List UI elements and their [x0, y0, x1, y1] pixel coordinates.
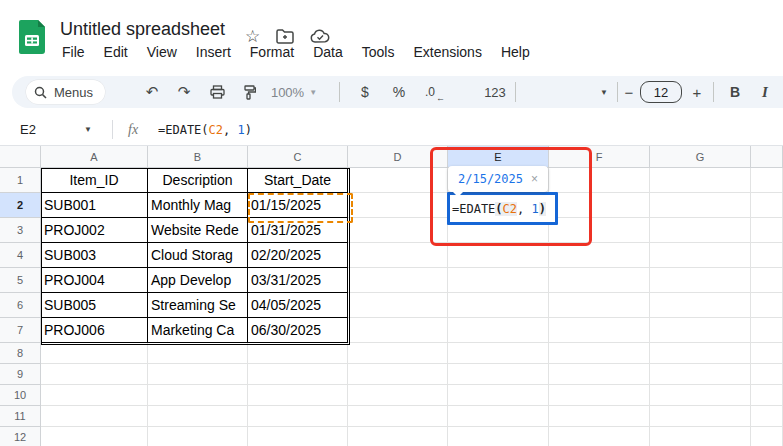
cell-B3[interactable]: Website Rede	[148, 218, 248, 243]
cell-G5[interactable]	[650, 268, 751, 293]
cell-C10[interactable]	[248, 385, 348, 406]
cell-H11[interactable]	[751, 406, 783, 427]
cell-G1[interactable]	[650, 168, 751, 193]
number-format-button[interactable]: 123	[478, 76, 512, 108]
row-header-8[interactable]: 8	[0, 343, 41, 364]
cell-C1[interactable]: Start_Date	[248, 168, 348, 193]
move-folder-icon[interactable]	[276, 29, 294, 44]
cell-G4[interactable]	[650, 243, 751, 268]
cell-F9[interactable]	[549, 364, 650, 385]
formula-input[interactable]: =EDATE(C2, 1)	[158, 114, 252, 145]
bold-button[interactable]: B	[722, 76, 748, 108]
cell-D3[interactable]	[348, 218, 448, 243]
column-header-A[interactable]: A	[41, 146, 148, 168]
cell-D5[interactable]	[348, 268, 448, 293]
cell-A2[interactable]: SUB001	[41, 193, 148, 218]
cell-C6[interactable]: 04/05/2025	[248, 293, 348, 318]
menu-help[interactable]: Help	[501, 44, 530, 60]
column-header-B[interactable]: B	[148, 146, 248, 168]
cell-C4[interactable]: 02/20/2025	[248, 243, 348, 268]
cell-D1[interactable]	[348, 168, 448, 193]
cell-H12[interactable]	[751, 427, 783, 446]
cell-E9[interactable]	[448, 364, 549, 385]
redo-button[interactable]: ↷	[171, 76, 197, 108]
cell-B12[interactable]	[148, 427, 248, 446]
name-box-chevron-down-icon[interactable]: ▼	[84, 114, 92, 145]
cell-H10[interactable]	[751, 385, 783, 406]
row-header-9[interactable]: 9	[0, 364, 41, 385]
cell-H8[interactable]	[751, 343, 783, 364]
row-header-10[interactable]: 10	[0, 385, 41, 406]
cell-C3[interactable]: 01/31/2025	[248, 218, 348, 243]
cell-D9[interactable]	[348, 364, 448, 385]
cell-A6[interactable]: SUB005	[41, 293, 148, 318]
cloud-status-icon[interactable]	[310, 29, 330, 44]
cell-F6[interactable]	[549, 293, 650, 318]
cell-E12[interactable]	[448, 427, 549, 446]
cell-F1[interactable]	[549, 168, 650, 193]
menu-insert[interactable]: Insert	[196, 44, 231, 60]
cell-B10[interactable]	[148, 385, 248, 406]
increase-font-size-button[interactable]: +	[684, 76, 710, 108]
row-header-5[interactable]: 5	[0, 268, 41, 293]
cell-C8[interactable]	[248, 343, 348, 364]
cell-E8[interactable]	[448, 343, 549, 364]
cell-D7[interactable]	[348, 318, 448, 343]
sheets-logo-icon[interactable]	[19, 20, 45, 54]
cell-A3[interactable]: PROJ002	[41, 218, 148, 243]
cell-F2[interactable]	[549, 193, 650, 218]
row-header-7[interactable]: 7	[0, 318, 41, 343]
cell-C7[interactable]: 06/30/2025	[248, 318, 348, 343]
cell-B11[interactable]	[148, 406, 248, 427]
column-header-C[interactable]: C	[248, 146, 348, 168]
cell-A1[interactable]: Item_ID	[41, 168, 148, 193]
cell-A10[interactable]	[41, 385, 148, 406]
cell-B9[interactable]	[148, 364, 248, 385]
cell-F10[interactable]	[549, 385, 650, 406]
menu-tools[interactable]: Tools	[362, 44, 395, 60]
cell-B7[interactable]: Marketing Ca	[148, 318, 248, 343]
cell-H6[interactable]	[751, 293, 783, 318]
cell-A12[interactable]	[41, 427, 148, 446]
cell-G11[interactable]	[650, 406, 751, 427]
cell-A11[interactable]	[41, 406, 148, 427]
row-header-6[interactable]: 6	[0, 293, 41, 318]
cell-F4[interactable]	[549, 243, 650, 268]
menu-extensions[interactable]: Extensions	[413, 44, 481, 60]
menu-edit[interactable]: Edit	[104, 44, 128, 60]
cell-G3[interactable]	[650, 218, 751, 243]
menu-data[interactable]: Data	[313, 44, 343, 60]
zoom-control[interactable]: 100% ▼	[264, 76, 324, 108]
name-box[interactable]: E2	[20, 114, 36, 145]
cell-H1[interactable]	[751, 168, 783, 193]
select-all-corner[interactable]	[0, 146, 41, 168]
column-header-G[interactable]: G	[650, 146, 751, 168]
paint-format-button[interactable]	[236, 76, 262, 108]
cell-D6[interactable]	[348, 293, 448, 318]
cell-E11[interactable]	[448, 406, 549, 427]
decrease-font-size-button[interactable]: −	[616, 76, 642, 108]
cell-G10[interactable]	[650, 385, 751, 406]
cell-D10[interactable]	[348, 385, 448, 406]
cell-A4[interactable]: SUB003	[41, 243, 148, 268]
cell-H7[interactable]	[751, 318, 783, 343]
cell-D12[interactable]	[348, 427, 448, 446]
cell-D2[interactable]	[348, 193, 448, 218]
cell-E5[interactable]	[448, 268, 549, 293]
document-title[interactable]: Untitled spreadsheet	[60, 19, 225, 40]
menu-format[interactable]: Format	[250, 44, 294, 60]
cell-H2[interactable]	[751, 193, 783, 218]
cell-B8[interactable]	[148, 343, 248, 364]
cell-C9[interactable]	[248, 364, 348, 385]
currency-format-button[interactable]: $	[352, 76, 378, 108]
cell-A5[interactable]: PROJ004	[41, 268, 148, 293]
close-icon[interactable]: ×	[531, 172, 538, 186]
cell-C11[interactable]	[248, 406, 348, 427]
decrease-decimal-button[interactable]: .0←	[417, 76, 443, 108]
cell-B2[interactable]: Monthly Mag	[148, 193, 248, 218]
cell-E10[interactable]	[448, 385, 549, 406]
row-header-3[interactable]: 3	[0, 218, 41, 243]
row-header-2[interactable]: 2	[0, 193, 41, 218]
cell-F8[interactable]	[549, 343, 650, 364]
cell-G7[interactable]	[650, 318, 751, 343]
